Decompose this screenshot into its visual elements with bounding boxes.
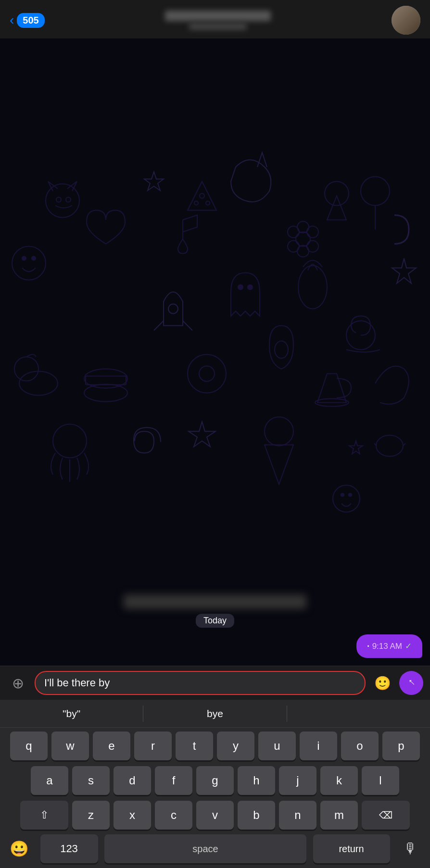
key-z[interactable]: z: [72, 801, 110, 830]
back-button[interactable]: ‹ 505: [10, 13, 45, 28]
message-row-sent: • 9:13 AM ✓: [356, 634, 422, 658]
key-q[interactable]: q: [10, 732, 48, 760]
key-x[interactable]: x: [114, 801, 151, 830]
svg-point-5: [206, 201, 210, 205]
emoji-button[interactable]: 🙂: [371, 672, 393, 694]
svg-point-18: [31, 256, 36, 261]
svg-point-2: [66, 198, 71, 202]
svg-point-4: [194, 201, 198, 205]
svg-point-3: [200, 194, 204, 198]
back-badge: 505: [17, 13, 44, 28]
keyboard: q w e r t y u i o p a s d f g h j k l ⇧ …: [0, 728, 430, 868]
autocomplete-item-by[interactable]: "by": [0, 700, 143, 727]
header: ‹ 505: [0, 0, 430, 38]
message-input[interactable]: [44, 677, 356, 689]
autocomplete-item-empty[interactable]: [287, 700, 430, 727]
svg-point-35: [376, 435, 403, 457]
delete-key[interactable]: ⌫: [362, 801, 410, 830]
header-center: [165, 11, 271, 30]
key-s[interactable]: s: [72, 766, 110, 795]
svg-point-16: [12, 247, 46, 280]
emoji-kb-icon: 😀: [10, 840, 29, 858]
contact-sub-blurred: [189, 23, 247, 30]
message-time: 9:13 AM: [372, 642, 402, 651]
key-c[interactable]: c: [155, 801, 192, 830]
date-label: Today: [196, 614, 234, 628]
mic-icon: 🎙: [404, 841, 418, 857]
svg-point-11: [297, 222, 309, 233]
svg-point-30: [275, 341, 288, 359]
key-y[interactable]: y: [217, 732, 254, 760]
emoji-keyboard-button[interactable]: 😀: [5, 837, 34, 861]
avatar[interactable]: [392, 6, 420, 35]
svg-point-33: [53, 424, 87, 458]
svg-point-26: [238, 285, 243, 290]
key-w[interactable]: w: [51, 732, 89, 760]
key-m[interactable]: m: [320, 801, 358, 830]
read-checkmark-icon: ✓: [405, 641, 412, 651]
space-key[interactable]: space: [104, 834, 306, 863]
text-input-wrapper[interactable]: [35, 671, 366, 695]
svg-rect-22: [86, 376, 126, 385]
doodle-svg: [0, 38, 430, 666]
emoji-icon: 🙂: [374, 675, 391, 691]
key-v[interactable]: v: [196, 801, 234, 830]
send-button[interactable]: ↑: [399, 671, 423, 695]
key-l[interactable]: l: [362, 766, 399, 795]
svg-point-17: [22, 256, 26, 261]
key-h[interactable]: h: [238, 766, 275, 795]
mic-button[interactable]: 🎙: [396, 837, 425, 861]
input-area: ⊕ 🙂 ↑: [0, 666, 430, 700]
blurred-message: [124, 595, 306, 609]
autocomplete-bar: "by" bye: [0, 700, 430, 728]
svg-point-0: [46, 184, 79, 218]
svg-point-28: [188, 355, 226, 393]
svg-point-12: [297, 246, 309, 257]
svg-point-25: [168, 304, 178, 314]
sent-bubble: • 9:13 AM ✓: [356, 634, 422, 658]
svg-point-27: [247, 285, 253, 290]
autocomplete-item-bye[interactable]: bye: [143, 700, 286, 727]
svg-point-1: [56, 198, 61, 202]
svg-point-6: [296, 232, 310, 247]
key-o[interactable]: o: [341, 732, 379, 760]
key-j[interactable]: j: [279, 766, 316, 795]
key-r[interactable]: r: [134, 732, 172, 760]
svg-point-38: [348, 493, 352, 497]
key-u[interactable]: u: [258, 732, 296, 760]
key-a[interactable]: a: [31, 766, 68, 795]
send-icon: ↑: [405, 676, 417, 688]
doodle-background: [0, 38, 430, 666]
key-t[interactable]: t: [176, 732, 213, 760]
svg-point-20: [19, 372, 58, 396]
keyboard-row-3: ⇧ z x c v b n m ⌫: [0, 797, 430, 831]
key-b[interactable]: b: [238, 801, 275, 830]
key-f[interactable]: f: [155, 766, 192, 795]
key-k[interactable]: k: [320, 766, 358, 795]
shift-key[interactable]: ⇧: [20, 801, 68, 830]
return-key[interactable]: return: [313, 834, 390, 863]
svg-point-34: [265, 417, 293, 446]
keyboard-row-2: a s d f g h j k l: [0, 762, 430, 797]
avatar-image: [392, 6, 420, 35]
keyboard-bottom-row: 😀 123 space return 🎙: [0, 831, 430, 868]
key-i[interactable]: i: [300, 732, 337, 760]
attach-button[interactable]: ⊕: [7, 672, 29, 694]
svg-point-23: [84, 384, 127, 402]
svg-point-36: [333, 485, 360, 512]
key-p[interactable]: p: [382, 732, 420, 760]
svg-point-37: [341, 493, 344, 497]
attach-icon: ⊕: [12, 675, 24, 692]
key-g[interactable]: g: [196, 766, 234, 795]
numbers-key[interactable]: 123: [40, 834, 98, 863]
messages-container: Today • 9:13 AM ✓: [0, 590, 430, 666]
key-d[interactable]: d: [114, 766, 151, 795]
svg-point-29: [199, 366, 215, 382]
contact-name-blurred: [165, 11, 271, 21]
chat-area: Today • 9:13 AM ✓: [0, 38, 430, 666]
key-n[interactable]: n: [279, 801, 316, 830]
svg-point-19: [14, 357, 38, 381]
svg-point-13: [361, 177, 390, 206]
back-chevron-icon: ‹: [10, 13, 14, 27]
key-e[interactable]: e: [93, 732, 130, 760]
